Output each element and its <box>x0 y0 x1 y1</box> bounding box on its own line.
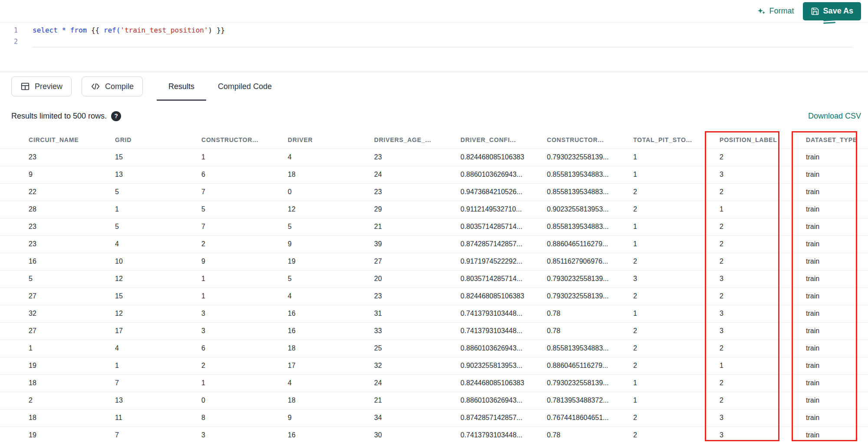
table-cell: 12 <box>115 305 201 322</box>
table-cell: 0.8742857142857... <box>460 235 547 253</box>
table-cell: 2 <box>720 253 806 270</box>
table-cell: 6 <box>201 166 288 183</box>
code-token-function: ref( <box>104 26 121 34</box>
table-cell: 2 <box>0 392 115 409</box>
table-cell: 31 <box>374 305 460 322</box>
table-cell: 0.7930232558139... <box>547 374 633 392</box>
table-cell: 27 <box>374 253 460 270</box>
table-cell: 18 <box>288 340 374 357</box>
table-cell: 1 <box>201 374 288 392</box>
tab-results[interactable]: Results <box>157 72 206 101</box>
table-cell: 1 <box>633 305 720 322</box>
tab-compiled-code-label: Compiled Code <box>218 82 272 91</box>
column-header: DATASET_TYPE <box>806 131 868 149</box>
table-cell: train <box>806 305 868 322</box>
table-cell: 0.8860465116279... <box>547 357 633 374</box>
results-header-row: CIRCUIT_NAMEGRIDCONSTRUCTOR...DRIVERDRIV… <box>0 131 868 149</box>
results-table-container: CIRCUIT_NAMEGRIDCONSTRUCTOR...DRIVERDRIV… <box>0 131 868 443</box>
compile-button-label: Compile <box>105 82 134 91</box>
table-row: 191217320.9023255813953...0.886046511627… <box>0 357 868 374</box>
table-cell: 3 <box>201 426 288 443</box>
table-cell: 0.824468085106383 <box>460 374 547 392</box>
table-cell: 24 <box>374 166 460 183</box>
table-row: 51215200.8035714285714...0.7930232558139… <box>0 270 868 288</box>
column-header: TOTAL_PIT_STO... <box>633 131 720 149</box>
table-cell: 24 <box>374 374 460 392</box>
column-header: DRIVER_CONFI... <box>460 131 547 149</box>
column-header: GRID <box>115 131 201 149</box>
table-cell: 17 <box>115 322 201 340</box>
save-as-button[interactable]: Save As <box>803 2 861 20</box>
table-cell: 3 <box>720 270 806 288</box>
format-button[interactable]: Format <box>757 7 794 16</box>
table-cell: 2 <box>633 183 720 201</box>
table-cell: train <box>806 409 868 426</box>
table-cell: 13 <box>115 392 201 409</box>
table-cell: 1 <box>633 149 720 166</box>
table-cell: 1 <box>720 357 806 374</box>
table-cell: 0.8558139534883... <box>547 183 633 201</box>
table-cell: 28 <box>0 201 115 218</box>
table-cell: 13 <box>115 166 201 183</box>
table-cell: 34 <box>374 409 460 426</box>
table-cell: 3 <box>201 305 288 322</box>
code-token-keyword: from <box>70 26 87 34</box>
tab-compiled-code[interactable]: Compiled Code <box>206 72 283 101</box>
table-cell: train <box>806 392 868 409</box>
table-cell: 0.9473684210526... <box>460 183 547 201</box>
table-cell: 15 <box>115 149 201 166</box>
table-cell: 0 <box>288 183 374 201</box>
code-token-plain: ) }} <box>208 26 225 34</box>
table-row: 23575210.8035714285714...0.8558139534883… <box>0 218 868 235</box>
table-cell: train <box>806 374 868 392</box>
table-row: 2717316330.7413793103448...0.7823train <box>0 322 868 340</box>
code-token-string: 'train_test_position' <box>120 26 208 34</box>
table-cell: 1 <box>633 166 720 183</box>
table-cell: 16 <box>288 305 374 322</box>
table-cell: 1 <box>201 270 288 288</box>
save-as-button-label: Save As <box>823 7 853 16</box>
line-number: 2 <box>0 36 18 47</box>
table-cell: 22 <box>0 183 115 201</box>
table-row: 181189340.8742857142857...0.767441860465… <box>0 409 868 426</box>
table-cell: 0.8558139534883... <box>547 166 633 183</box>
table-cell: 2 <box>633 253 720 270</box>
download-csv-link[interactable]: Download CSV <box>808 112 861 121</box>
table-cell: 29 <box>374 201 460 218</box>
table-cell: 0.8035714285714... <box>460 270 547 288</box>
help-icon[interactable]: ? <box>111 111 121 121</box>
table-cell: 27 <box>0 288 115 305</box>
table-cell: 2 <box>633 426 720 443</box>
table-cell: 0.78 <box>547 305 633 322</box>
table-cell: train <box>806 322 868 340</box>
results-limit-note: Results limited to 500 rows. <box>11 112 107 121</box>
table-cell: 0.8511627906976... <box>547 253 633 270</box>
teal-underline-decoration <box>823 20 835 25</box>
table-cell: 1 <box>720 201 806 218</box>
table-cell: 19 <box>0 357 115 374</box>
table-cell: 5 <box>115 218 201 235</box>
table-cell: 2 <box>633 409 720 426</box>
code-brackets-icon <box>91 82 100 91</box>
table-cell: 39 <box>374 235 460 253</box>
table-cell: train <box>806 288 868 305</box>
table-cell: 3 <box>720 426 806 443</box>
table-row: 3212316310.7413793103448...0.7813train <box>0 305 868 322</box>
table-cell: 5 <box>115 183 201 201</box>
table-row: 213018210.8860103626943...0.781395348837… <box>0 392 868 409</box>
table-cell: 0 <box>201 392 288 409</box>
table-cell: 18 <box>0 409 115 426</box>
results-table: CIRCUIT_NAMEGRIDCONSTRUCTOR...DRIVERDRIV… <box>0 131 868 443</box>
sql-editor[interactable]: 1 2 select * from {{ ref('train_test_pos… <box>0 23 868 72</box>
save-icon <box>811 7 819 16</box>
preview-button[interactable]: Preview <box>11 76 72 96</box>
compile-button[interactable]: Compile <box>82 76 143 96</box>
table-cell: 1 <box>201 288 288 305</box>
preview-button-label: Preview <box>35 82 62 91</box>
table-cell: 20 <box>374 270 460 288</box>
table-cell: 32 <box>0 305 115 322</box>
table-cell: 2 <box>720 288 806 305</box>
code-area[interactable]: select * from {{ ref('train_test_positio… <box>24 25 852 72</box>
table-cell: 0.7413793103448... <box>460 322 547 340</box>
table-cell: 9 <box>0 166 115 183</box>
